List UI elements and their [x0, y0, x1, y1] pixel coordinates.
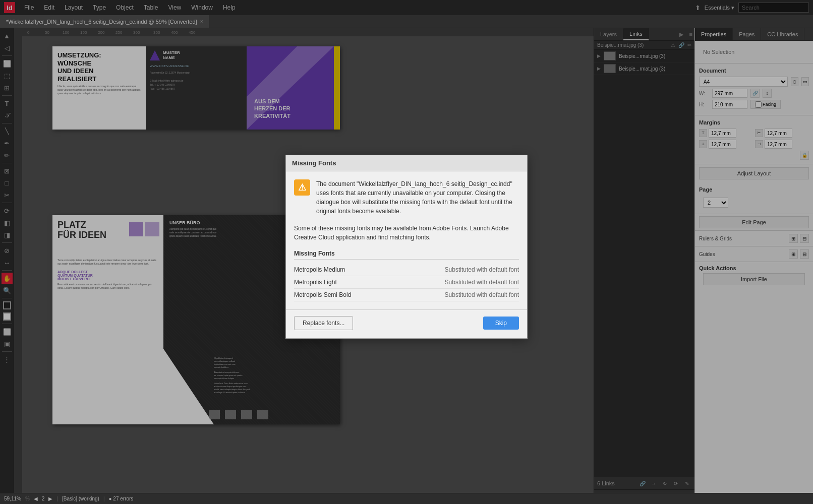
missing-fonts-header: Missing Fonts — [294, 250, 519, 260]
modal-overlay: Missing Fonts ⚠ The document "Wickelfalz… — [0, 0, 813, 493]
skip-button[interactable]: Skip — [483, 317, 519, 330]
view-mode[interactable]: [Basic] (working) — [62, 496, 99, 501]
font-row-1: Metropolis Medium Substituted with defau… — [294, 264, 519, 276]
dialog-body: ⚠ The document "WickelfalzfIyer_DIN_lang… — [286, 171, 527, 309]
font-status-2: Substituted with default font — [406, 279, 519, 286]
page-num: 2 — [42, 496, 45, 501]
font-row-2: Metropolis Light Substituted with defaul… — [294, 276, 519, 289]
warning-text: The document "WickelfalzfIyer_DIN_lang_h… — [316, 179, 519, 216]
error-count[interactable]: ● 27 errors — [109, 496, 134, 501]
page-nav-next[interactable]: ▶ — [48, 496, 52, 501]
font-row-3: Metropolis Semi Bold Substituted with de… — [294, 289, 519, 301]
adobe-fonts-text: Some of these missing fonts may be avail… — [294, 224, 519, 242]
font-name-2: Metropolis Light — [294, 279, 406, 286]
status-sep-1: % — [25, 496, 30, 501]
status-sep-3: | — [103, 496, 105, 501]
zoom-level[interactable]: 59,11% — [4, 496, 21, 501]
missing-fonts-dialog: Missing Fonts ⚠ The document "Wickelfalz… — [285, 155, 528, 339]
font-status-3: Substituted with default font — [406, 291, 519, 298]
font-name-3: Metropolis Semi Bold — [294, 291, 406, 298]
replace-fonts-button[interactable]: Replace fonts... — [294, 316, 353, 330]
dialog-title-bar: Missing Fonts — [286, 155, 527, 171]
status-bar: 59,11% % ◀ 2 ▶ | [Basic] (working) | ● 2… — [0, 493, 813, 504]
warning-icon: ⚠ — [294, 179, 310, 196]
font-status-1: Substituted with default font — [406, 266, 519, 273]
dialog-buttons: Replace fonts... Skip — [286, 309, 527, 338]
dialog-title: Missing Fonts — [292, 159, 336, 167]
status-sep-2: | — [56, 496, 58, 501]
font-name-1: Metropolis Medium — [294, 266, 406, 273]
page-nav-prev[interactable]: ◀ — [34, 496, 38, 501]
dialog-warning: ⚠ The document "WickelfalzfIyer_DIN_lang… — [294, 179, 519, 216]
